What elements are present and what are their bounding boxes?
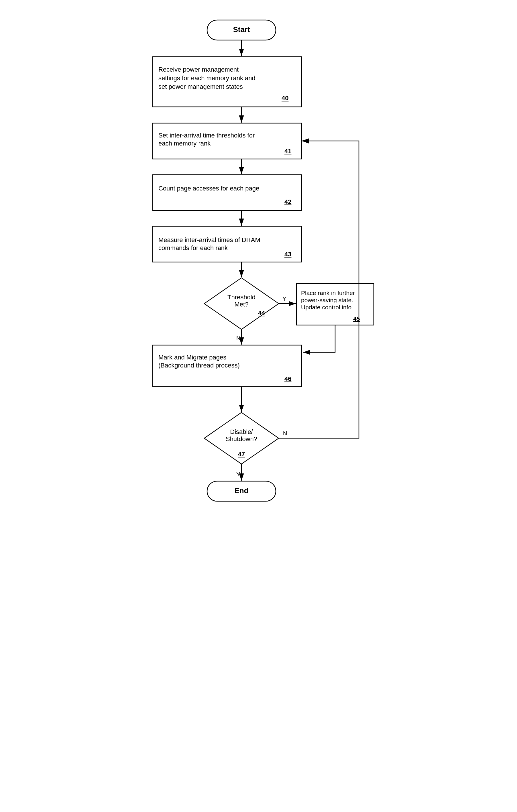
step-43-text: Measure inter-arrival times of DRAM bbox=[159, 236, 260, 243]
arrow-45-to-46 bbox=[303, 325, 335, 352]
end-label: End bbox=[234, 486, 248, 495]
start-node: Start bbox=[207, 20, 276, 40]
svg-rect-7 bbox=[153, 175, 301, 210]
n-label-44: N bbox=[236, 335, 240, 341]
n-label-47: N bbox=[283, 430, 287, 436]
step-47-node: Disable/ Shutdown? 47 bbox=[204, 412, 279, 464]
flowchart-diagram: Start Receive power management settings … bbox=[130, 11, 387, 800]
svg-text:commands for each rank: commands for each rank bbox=[159, 244, 228, 252]
svg-rect-2 bbox=[153, 57, 301, 107]
step-43-node: Measure inter-arrival times of DRAM comm… bbox=[153, 226, 301, 262]
step-46-ref: 46 bbox=[284, 375, 291, 382]
step-40-ref: 40 bbox=[282, 94, 288, 102]
step-46-text: Mark and Migrate pages bbox=[159, 354, 226, 361]
step-40-text: Receive power management bbox=[159, 66, 238, 73]
step-45-node: Place rank in further power-saving state… bbox=[296, 284, 374, 325]
y-label-44: Y bbox=[282, 296, 286, 302]
step-43-ref: 43 bbox=[284, 251, 291, 258]
step-41-text: Set inter-arrival time thresholds for bbox=[159, 132, 255, 139]
svg-text:(Background thread process): (Background thread process) bbox=[159, 362, 240, 369]
step-46-node: Mark and Migrate pages (Background threa… bbox=[153, 345, 301, 387]
svg-text:settings for each memory rank : settings for each memory rank and bbox=[159, 75, 256, 82]
y-label-47: Y bbox=[236, 471, 240, 477]
svg-text:each memory rank: each memory rank bbox=[159, 140, 211, 147]
step-44-text: Threshold bbox=[227, 294, 256, 301]
svg-text:Shutdown?: Shutdown? bbox=[225, 435, 257, 442]
step-47-ref: 47 bbox=[238, 451, 245, 458]
step-41-ref: 41 bbox=[284, 147, 291, 155]
step-41-node: Set inter-arrival time thresholds for ea… bbox=[153, 123, 301, 159]
step-42-text: Count page accesses for each page bbox=[159, 185, 259, 192]
svg-text:set power management states: set power management states bbox=[159, 83, 243, 90]
svg-text:power-saving state.: power-saving state. bbox=[301, 297, 353, 303]
svg-text:Update control info: Update control info bbox=[301, 304, 351, 311]
end-node: End bbox=[207, 481, 276, 501]
step-42-node: Count page accesses for each page 42 bbox=[153, 175, 301, 210]
step-45-text: Place rank in further bbox=[301, 290, 355, 296]
svg-text:Met?: Met? bbox=[234, 301, 248, 308]
start-label: Start bbox=[233, 25, 250, 34]
step-44-ref: 44 bbox=[258, 309, 265, 317]
step-40-node: Receive power management settings for ea… bbox=[153, 57, 301, 107]
step-47-text: Disable/ bbox=[230, 428, 253, 435]
step-44-node: Threshold Met? 44 bbox=[204, 278, 279, 329]
step-42-ref: 42 bbox=[284, 198, 291, 205]
